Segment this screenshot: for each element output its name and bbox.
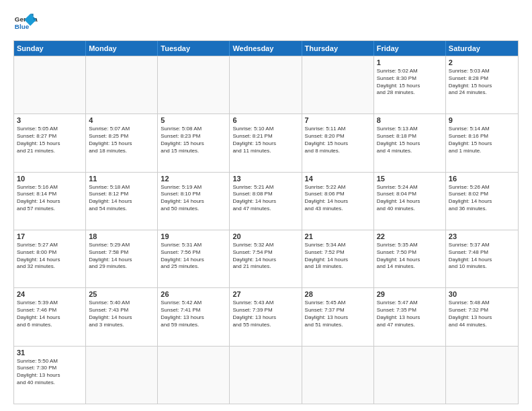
weekday-header-saturday: Saturday <box>446 41 518 56</box>
day-info: Sunrise: 5:45 AM Sunset: 7:37 PM Dayligh… <box>305 300 371 328</box>
day-info: Sunrise: 5:24 AM Sunset: 8:04 PM Dayligh… <box>377 184 443 213</box>
day-cell-2: 2Sunrise: 5:03 AM Sunset: 8:28 PM Daylig… <box>446 56 518 113</box>
day-number: 15 <box>377 175 443 183</box>
day-cell-5: 5Sunrise: 5:08 AM Sunset: 8:23 PM Daylig… <box>158 114 230 171</box>
day-cell-empty <box>302 347 374 404</box>
day-cell-6: 6Sunrise: 5:10 AM Sunset: 8:21 PM Daylig… <box>230 114 302 171</box>
page-header: General Blue <box>13 11 519 35</box>
day-info: Sunrise: 5:10 AM Sunset: 8:21 PM Dayligh… <box>232 126 298 154</box>
day-number: 20 <box>232 232 298 240</box>
day-number: 4 <box>89 116 154 124</box>
svg-text:Blue: Blue <box>15 23 30 30</box>
day-cell-19: 19Sunrise: 5:31 AM Sunset: 7:56 PM Dayli… <box>158 230 230 287</box>
day-info: Sunrise: 5:16 AM Sunset: 8:14 PM Dayligh… <box>17 184 83 213</box>
day-info: Sunrise: 5:19 AM Sunset: 8:10 PM Dayligh… <box>161 184 226 213</box>
day-number: 5 <box>161 116 226 124</box>
calendar-row-2: 10Sunrise: 5:16 AM Sunset: 8:14 PM Dayli… <box>14 172 518 230</box>
day-info: Sunrise: 5:47 AM Sunset: 7:35 PM Dayligh… <box>377 300 443 328</box>
day-cell-24: 24Sunrise: 5:39 AM Sunset: 7:46 PM Dayli… <box>14 288 86 345</box>
day-cell-11: 11Sunrise: 5:18 AM Sunset: 8:12 PM Dayli… <box>86 173 158 230</box>
calendar-body: 1Sunrise: 5:02 AM Sunset: 8:30 PM Daylig… <box>14 56 518 404</box>
day-number: 10 <box>17 175 83 183</box>
day-cell-14: 14Sunrise: 5:22 AM Sunset: 8:06 PM Dayli… <box>302 173 374 230</box>
day-cell-empty <box>158 347 230 404</box>
day-info: Sunrise: 5:07 AM Sunset: 8:25 PM Dayligh… <box>89 126 154 154</box>
day-info: Sunrise: 5:32 AM Sunset: 7:54 PM Dayligh… <box>232 242 298 271</box>
day-number: 16 <box>449 175 515 183</box>
day-number: 18 <box>89 232 154 240</box>
day-info: Sunrise: 5:08 AM Sunset: 8:23 PM Dayligh… <box>161 126 226 154</box>
day-number: 27 <box>232 290 298 298</box>
day-cell-3: 3Sunrise: 5:05 AM Sunset: 8:27 PM Daylig… <box>14 114 86 171</box>
day-info: Sunrise: 5:31 AM Sunset: 7:56 PM Dayligh… <box>161 242 226 271</box>
day-info: Sunrise: 5:40 AM Sunset: 7:43 PM Dayligh… <box>89 300 154 328</box>
calendar-row-0: 1Sunrise: 5:02 AM Sunset: 8:30 PM Daylig… <box>14 56 518 113</box>
day-number: 12 <box>161 175 226 183</box>
day-cell-29: 29Sunrise: 5:47 AM Sunset: 7:35 PM Dayli… <box>374 288 446 345</box>
day-cell-empty <box>86 56 158 113</box>
day-number: 19 <box>161 232 226 240</box>
day-cell-empty <box>230 347 302 404</box>
day-cell-empty <box>230 56 302 113</box>
day-info: Sunrise: 5:02 AM Sunset: 8:30 PM Dayligh… <box>377 68 443 97</box>
weekday-header-thursday: Thursday <box>302 41 374 56</box>
day-cell-9: 9Sunrise: 5:14 AM Sunset: 8:16 PM Daylig… <box>446 114 518 171</box>
day-cell-1: 1Sunrise: 5:02 AM Sunset: 8:30 PM Daylig… <box>374 56 446 113</box>
day-info: Sunrise: 5:43 AM Sunset: 7:39 PM Dayligh… <box>232 300 298 328</box>
day-info: Sunrise: 5:22 AM Sunset: 8:06 PM Dayligh… <box>305 184 371 213</box>
day-cell-17: 17Sunrise: 5:27 AM Sunset: 8:00 PM Dayli… <box>14 230 86 287</box>
day-cell-28: 28Sunrise: 5:45 AM Sunset: 7:37 PM Dayli… <box>302 288 374 345</box>
weekday-header-sunday: Sunday <box>14 41 86 56</box>
day-number: 6 <box>232 116 298 124</box>
day-number: 31 <box>17 349 83 357</box>
weekday-header-friday: Friday <box>374 41 446 56</box>
day-info: Sunrise: 5:39 AM Sunset: 7:46 PM Dayligh… <box>17 300 83 328</box>
day-number: 14 <box>305 175 371 183</box>
day-info: Sunrise: 5:11 AM Sunset: 8:20 PM Dayligh… <box>305 126 371 154</box>
day-number: 3 <box>17 116 83 124</box>
day-cell-4: 4Sunrise: 5:07 AM Sunset: 8:25 PM Daylig… <box>86 114 158 171</box>
day-cell-22: 22Sunrise: 5:35 AM Sunset: 7:50 PM Dayli… <box>374 230 446 287</box>
day-number: 7 <box>305 116 371 124</box>
day-cell-25: 25Sunrise: 5:40 AM Sunset: 7:43 PM Dayli… <box>86 288 158 345</box>
day-cell-12: 12Sunrise: 5:19 AM Sunset: 8:10 PM Dayli… <box>158 173 230 230</box>
day-number: 24 <box>17 290 83 298</box>
calendar-header: SundayMondayTuesdayWednesdayThursdayFrid… <box>14 41 518 56</box>
day-number: 1 <box>377 58 443 66</box>
day-info: Sunrise: 5:18 AM Sunset: 8:12 PM Dayligh… <box>89 184 154 213</box>
day-info: Sunrise: 5:29 AM Sunset: 7:58 PM Dayligh… <box>89 242 154 271</box>
day-number: 28 <box>305 290 371 298</box>
day-number: 22 <box>377 232 443 240</box>
day-number: 11 <box>89 175 154 183</box>
day-info: Sunrise: 5:37 AM Sunset: 7:48 PM Dayligh… <box>449 242 515 271</box>
day-number: 30 <box>449 290 515 298</box>
weekday-header-wednesday: Wednesday <box>230 41 302 56</box>
day-cell-10: 10Sunrise: 5:16 AM Sunset: 8:14 PM Dayli… <box>14 173 86 230</box>
day-cell-empty <box>302 56 374 113</box>
day-number: 9 <box>449 116 515 124</box>
day-number: 13 <box>232 175 298 183</box>
day-info: Sunrise: 5:13 AM Sunset: 8:18 PM Dayligh… <box>377 126 443 154</box>
logo-icon: General Blue <box>13 11 38 35</box>
day-number: 29 <box>377 290 443 298</box>
calendar-row-1: 3Sunrise: 5:05 AM Sunset: 8:27 PM Daylig… <box>14 113 518 171</box>
day-info: Sunrise: 5:21 AM Sunset: 8:08 PM Dayligh… <box>232 184 298 213</box>
day-number: 17 <box>17 232 83 240</box>
day-info: Sunrise: 5:03 AM Sunset: 8:28 PM Dayligh… <box>449 68 515 97</box>
day-cell-empty <box>446 347 518 404</box>
day-info: Sunrise: 5:26 AM Sunset: 8:02 PM Dayligh… <box>449 184 515 213</box>
day-cell-31: 31Sunrise: 5:50 AM Sunset: 7:30 PM Dayli… <box>14 347 86 404</box>
day-info: Sunrise: 5:34 AM Sunset: 7:52 PM Dayligh… <box>305 242 371 271</box>
day-cell-empty <box>158 56 230 113</box>
calendar-row-3: 17Sunrise: 5:27 AM Sunset: 8:00 PM Dayli… <box>14 230 518 287</box>
day-number: 23 <box>449 232 515 240</box>
day-cell-15: 15Sunrise: 5:24 AM Sunset: 8:04 PM Dayli… <box>374 173 446 230</box>
day-cell-18: 18Sunrise: 5:29 AM Sunset: 7:58 PM Dayli… <box>86 230 158 287</box>
day-info: Sunrise: 5:05 AM Sunset: 8:27 PM Dayligh… <box>17 126 83 154</box>
day-number: 2 <box>449 58 515 66</box>
day-cell-23: 23Sunrise: 5:37 AM Sunset: 7:48 PM Dayli… <box>446 230 518 287</box>
day-cell-empty <box>86 347 158 404</box>
day-info: Sunrise: 5:50 AM Sunset: 7:30 PM Dayligh… <box>17 358 83 387</box>
day-number: 25 <box>89 290 154 298</box>
day-info: Sunrise: 5:48 AM Sunset: 7:32 PM Dayligh… <box>449 300 515 328</box>
